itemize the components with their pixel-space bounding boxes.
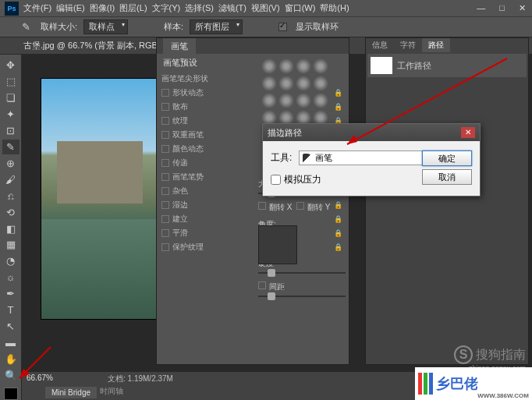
eyedropper-tool[interactable]: ✎ — [2, 140, 20, 154]
menu-view[interactable]: 视图(V) — [251, 2, 280, 14]
lasso-tool[interactable]: ❏ — [2, 90, 20, 105]
show-ring-checkbox[interactable] — [278, 23, 287, 31]
brush-tool[interactable]: 🖌 — [2, 172, 20, 187]
zoom-level[interactable]: 66.67% — [27, 373, 53, 382]
path-name: 工作路径 — [397, 60, 431, 72]
paths-panel: 信息 字符 路径 工作路径 — [365, 37, 529, 365]
zoom-tool[interactable]: 🔍 — [2, 368, 20, 383]
app-logo: Ps — [5, 2, 19, 16]
simulate-pressure-label: 模拟压力 — [284, 173, 321, 186]
tool-value: 画笔 — [315, 152, 332, 164]
spacing-checkbox[interactable] — [258, 281, 266, 289]
menu-edit[interactable]: 编辑(E) — [56, 2, 85, 14]
eraser-tool[interactable]: ◧ — [2, 221, 20, 236]
move-tool[interactable]: ✥ — [2, 58, 20, 73]
show-ring-label: 显示取样环 — [296, 21, 339, 33]
hand-tool[interactable]: ✋ — [2, 352, 20, 366]
flipx-checkbox[interactable] — [258, 202, 266, 210]
gradient-tool[interactable]: ▦ — [2, 237, 20, 252]
paths-tab[interactable]: 路径 — [422, 38, 450, 52]
window-close[interactable]: ✕ — [519, 3, 526, 13]
hardness-slider[interactable] — [258, 272, 346, 274]
stroke-path-dialog: 描边路径 ✕ 工具: 画笔 模拟压力 确定 取消 — [262, 123, 481, 196]
mini-bridge-tab[interactable]: Mini Bridge — [45, 387, 97, 398]
sample-size-dropdown[interactable]: 取样点 — [83, 19, 128, 34]
marquee-tool[interactable]: ⬚ — [2, 74, 20, 89]
crop-tool[interactable]: ⊡ — [2, 123, 20, 138]
menu-image[interactable]: 图像(I) — [90, 2, 115, 14]
history-brush-tool[interactable]: ⟲ — [2, 205, 20, 220]
sogou-watermark: S 搜狗指南 zhinan.sogou.com — [454, 345, 526, 364]
color-swatch[interactable] — [4, 388, 18, 400]
blur-tool[interactable]: ◔ — [2, 253, 20, 268]
work-path-item[interactable]: 工作路径 — [367, 54, 527, 77]
path-select-tool[interactable]: ↖ — [2, 319, 20, 334]
spacing-label: 间距 — [269, 282, 285, 291]
window-maximize[interactable]: □ — [499, 3, 505, 13]
dodge-tool[interactable]: ☼ — [2, 270, 20, 285]
menu-filter[interactable]: 滤镜(T) — [218, 2, 246, 14]
dialog-close-button[interactable]: ✕ — [461, 127, 475, 138]
brush-panel: 画笔 画笔预设 画笔笔尖形状 形状动态🔒 散布🔒 纹理🔒 双重画笔🔒 颜色动态🔒… — [156, 37, 349, 365]
386w-watermark: 乡巴佬 WWW.386W.COM — [415, 367, 532, 400]
char-tab[interactable]: 字符 — [394, 38, 422, 52]
path-thumbnail — [371, 57, 392, 74]
info-tab[interactable]: 信息 — [366, 38, 394, 52]
eyedropper-icon[interactable]: ✎ — [17, 19, 34, 36]
sample-dropdown[interactable]: 所有图层 — [190, 19, 243, 34]
toolbox: ✥ ⬚ ❏ ✦ ⊡ ✎ ⊕ 🖌 ⎌ ⟲ ◧ ▦ ◔ ☼ ✒ T ↖ ▬ ✋ 🔍 — [0, 55, 22, 400]
wand-tool[interactable]: ✦ — [2, 107, 20, 122]
pen-tool[interactable]: ✒ — [2, 286, 20, 301]
simulate-pressure-checkbox[interactable] — [271, 175, 281, 185]
sample-label: 样本: — [164, 21, 183, 33]
menu-file[interactable]: 文件(F) — [23, 2, 51, 14]
tool-label: 工具: — [271, 151, 299, 165]
document-tab-title[interactable]: 古堡.jpg @ 66.7% (背景 副本, RGB/8#) — [23, 40, 172, 51]
document-info: 文档: 1.19M/2.37M — [108, 373, 173, 384]
ok-button[interactable]: 确定 — [422, 150, 472, 166]
flipy-checkbox[interactable] — [296, 202, 304, 210]
sample-size-label: 取样大小: — [41, 21, 77, 33]
menu-layer[interactable]: 图层(L) — [119, 2, 147, 14]
timeline-tab[interactable]: 时间轴 — [94, 384, 129, 398]
brush-icon — [303, 154, 312, 163]
shape-tool[interactable]: ▬ — [2, 335, 20, 350]
document-image[interactable] — [41, 78, 158, 320]
brush-tab[interactable]: 画笔 — [163, 38, 196, 54]
cancel-button[interactable]: 取消 — [422, 169, 472, 185]
spacing-slider[interactable] — [258, 296, 346, 297]
heal-tool[interactable]: ⊕ — [2, 156, 20, 171]
window-minimize[interactable]: — — [477, 3, 485, 13]
menu-help[interactable]: 帮助(H) — [320, 2, 349, 14]
menu-window[interactable]: 窗口(W) — [285, 2, 316, 14]
menu-type[interactable]: 文字(Y) — [152, 2, 181, 14]
brush-angle-preview[interactable] — [258, 225, 297, 264]
text-tool[interactable]: T — [2, 303, 20, 317]
dialog-title: 描边路径 — [268, 127, 302, 139]
menu-select[interactable]: 选择(S) — [185, 2, 214, 14]
stamp-tool[interactable]: ⎌ — [2, 189, 20, 204]
